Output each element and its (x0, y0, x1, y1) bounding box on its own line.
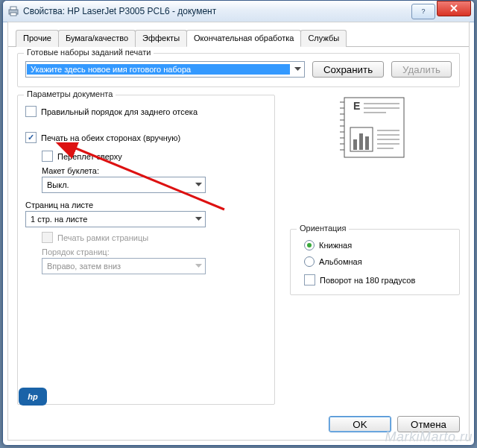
delete-button: Удалить (391, 61, 452, 78)
chevron-down-icon (192, 259, 205, 274)
printer-icon (7, 5, 19, 17)
client-area: Прочие Бумага/качество Эффекты Окончател… (7, 22, 470, 441)
pages-per-sheet-label: Страниц на листе (25, 201, 267, 209)
help-button[interactable]: ? (411, 4, 435, 19)
page-order-value: Вправо, затем вниз (42, 262, 192, 271)
presets-group-title: Готовые наборы заданий печати (24, 48, 154, 57)
bind-top-checkbox[interactable] (42, 151, 53, 162)
document-params-group: Параметры документа Правильный порядок д… (17, 95, 275, 405)
booklet-value: Выкл. (42, 180, 192, 189)
chevron-down-icon (291, 62, 304, 77)
presets-group: Готовые наборы заданий печати Укажите зд… (17, 53, 460, 87)
document-params-title: Параметры документа (24, 89, 116, 98)
dialog-footer: OK Отмена (329, 416, 460, 432)
tab-other[interactable]: Прочие (16, 30, 59, 47)
portrait-radio[interactable] (304, 240, 315, 250)
correct-order-label: Правильный порядок для заднего отсека (41, 107, 198, 116)
correct-order-row[interactable]: Правильный порядок для заднего отсека (25, 106, 267, 117)
print-frame-row: Печать рамки страницы (42, 232, 267, 243)
svg-rect-20 (353, 139, 357, 150)
svg-rect-2 (10, 13, 16, 16)
cancel-button[interactable]: Отмена (397, 416, 460, 432)
rotate-label: Поворот на 180 градусов (320, 276, 415, 285)
close-button[interactable] (437, 1, 471, 16)
portrait-row[interactable]: Книжная (304, 240, 455, 250)
tab-effects[interactable]: Эффекты (135, 30, 187, 47)
dialog-window: Свойства: HP LaserJet P3005 PCL6 - докум… (2, 0, 475, 446)
tab-services[interactable]: Службы (300, 30, 347, 47)
pages-per-sheet-combobox[interactable]: 1 стр. на листе (25, 211, 206, 227)
correct-order-checkbox[interactable] (25, 106, 37, 117)
preset-combobox[interactable]: Укажите здесь новое имя готового набора (25, 61, 305, 78)
rotate-checkbox[interactable] (304, 274, 315, 285)
tab-paper[interactable]: Бумага/качество (58, 30, 136, 47)
save-button[interactable]: Сохранить (312, 61, 384, 78)
svg-rect-1 (10, 7, 16, 10)
landscape-label: Альбомная (319, 257, 362, 266)
print-frame-checkbox (42, 232, 53, 243)
preset-value: Укажите здесь новое имя готового набора (27, 64, 290, 75)
orientation-title: Ориентация (297, 224, 349, 233)
tab-finishing[interactable]: Окончательная обработка (186, 30, 301, 47)
page-order-combobox: Вправо, затем вниз (42, 258, 206, 274)
bind-top-label: Переплет сверху (57, 152, 122, 161)
booklet-label: Макет буклета: (42, 166, 267, 175)
duplex-checkbox[interactable] (25, 132, 37, 143)
rotate-row[interactable]: Поворот на 180 градусов (304, 274, 455, 285)
orientation-group: Ориентация Книжная Альбомная Поворот на … (290, 229, 460, 295)
chevron-down-icon (192, 177, 205, 192)
window-title: Свойства: HP LaserJet P3005 PCL6 - докум… (23, 6, 410, 16)
hp-logo: hp (19, 388, 47, 406)
landscape-radio[interactable] (304, 256, 315, 267)
page-order-label: Порядок страниц: (42, 247, 267, 256)
tab-strip: Прочие Бумага/качество Эффекты Окончател… (8, 22, 469, 47)
pages-per-sheet-value: 1 стр. на листе (26, 215, 192, 224)
portrait-label: Книжная (319, 241, 352, 250)
titlebar: Свойства: HP LaserJet P3005 PCL6 - докум… (3, 1, 474, 22)
chevron-down-icon (192, 212, 205, 227)
ok-button[interactable]: OK (329, 416, 391, 432)
svg-rect-22 (365, 136, 369, 150)
svg-text:E: E (353, 100, 360, 112)
page-preview: E (334, 95, 416, 162)
svg-rect-21 (359, 133, 363, 150)
print-frame-label: Печать рамки страницы (57, 233, 148, 242)
duplex-row[interactable]: Печать на обеих сторонах (вручную) (25, 132, 267, 143)
landscape-row[interactable]: Альбомная (304, 256, 455, 267)
bind-top-row[interactable]: Переплет сверху (42, 151, 267, 162)
duplex-label: Печать на обеих сторонах (вручную) (41, 133, 180, 142)
booklet-combobox[interactable]: Выкл. (42, 177, 206, 193)
svg-text:?: ? (421, 7, 425, 15)
